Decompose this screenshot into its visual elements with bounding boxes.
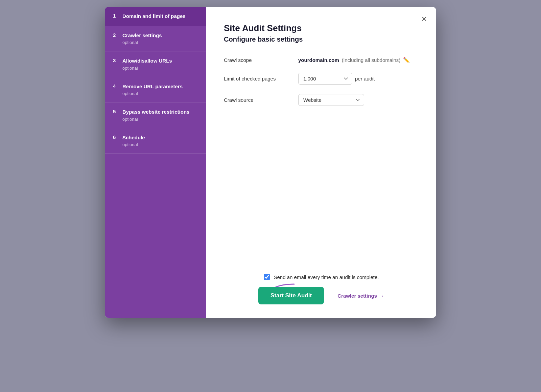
sidebar-item-1-header: 1 Domain and limit of pages [113, 13, 198, 20]
crawl-scope-label: Crawl scope [224, 57, 291, 63]
sidebar-item-crawler[interactable]: 2 Crawler settings optional [105, 26, 206, 52]
limit-pages-select[interactable]: 1,000 100 500 5,000 10,000 [298, 73, 352, 85]
sidebar-item-schedule[interactable]: 6 Schedule optional [105, 128, 206, 154]
per-audit-text: per audit [355, 76, 375, 82]
sidebar-item-3-number: 3 [113, 57, 118, 63]
sidebar-item-1-title: Domain and limit of pages [122, 13, 186, 20]
sidebar-item-5-header: 5 Bypass website restrictions [113, 109, 198, 115]
sidebar-item-5-number: 5 [113, 109, 118, 114]
crawler-settings-link[interactable]: Crawler settings → [337, 293, 384, 299]
sidebar-item-6-subtitle: optional [113, 142, 198, 147]
sidebar-item-5-title: Bypass website restrictions [122, 109, 189, 115]
sidebar-item-4-header: 4 Remove URL parameters [113, 83, 198, 90]
sidebar-item-allow-disallow[interactable]: 3 Allow/disallow URLs optional [105, 51, 206, 77]
crawl-source-select[interactable]: Website Sitemap Website and Sitemap [298, 94, 364, 106]
modal-title: Site Audit Settings [224, 23, 419, 33]
crawl-source-value: Website Sitemap Website and Sitemap [298, 94, 364, 106]
action-row: Start Site Audit Crawler settings → [224, 287, 419, 304]
sidebar-item-2-header: 2 Crawler settings [113, 32, 198, 39]
limit-pages-value: 1,000 100 500 5,000 10,000 per audit [298, 73, 375, 85]
sidebar-item-remove-url[interactable]: 4 Remove URL parameters optional [105, 77, 206, 103]
limit-pages-label: Limit of checked pages [224, 76, 291, 82]
domain-text: yourdomain.com [298, 57, 339, 63]
email-checkbox-row: Send an email every time an audit is com… [224, 274, 419, 280]
close-button[interactable]: ✕ [419, 14, 429, 24]
sidebar-item-6-title: Schedule [122, 134, 145, 141]
sidebar-item-bypass[interactable]: 5 Bypass website restrictions optional [105, 102, 206, 128]
sidebar-item-3-title: Allow/disallow URLs [122, 57, 172, 64]
sidebar-item-4-number: 4 [113, 83, 118, 89]
start-audit-button[interactable]: Start Site Audit [258, 287, 324, 304]
modal-subtitle: Configure basic settings [224, 36, 419, 43]
sidebar-item-3-header: 3 Allow/disallow URLs [113, 57, 198, 64]
bottom-section: Send an email every time an audit is com… [224, 260, 419, 304]
sidebar: 1 Domain and limit of pages 2 Crawler se… [105, 7, 206, 318]
sidebar-item-6-number: 6 [113, 134, 118, 140]
sidebar-item-5-subtitle: optional [113, 117, 198, 122]
sidebar-item-3-subtitle: optional [113, 66, 198, 71]
arrow-right-icon: → [379, 293, 384, 299]
email-label: Send an email every time an audit is com… [274, 274, 379, 280]
sidebar-item-4-title: Remove URL parameters [122, 83, 183, 90]
sidebar-item-domain[interactable]: 1 Domain and limit of pages [105, 7, 206, 26]
sidebar-item-4-subtitle: optional [113, 91, 198, 96]
crawl-scope-value: yourdomain.com (including all subdomains… [298, 57, 410, 63]
domain-note: (including all subdomains) [342, 57, 400, 63]
limit-pages-row: Limit of checked pages 1,000 100 500 5,0… [224, 73, 419, 85]
sidebar-item-2-title: Crawler settings [122, 32, 162, 39]
sidebar-item-2-number: 2 [113, 32, 118, 38]
close-icon: ✕ [421, 15, 427, 23]
modal-dialog: 1 Domain and limit of pages 2 Crawler se… [105, 7, 436, 318]
modal-wrapper: 1 Domain and limit of pages 2 Crawler se… [0, 0, 541, 392]
sidebar-item-1-number: 1 [113, 13, 118, 19]
start-audit-label: Start Site Audit [270, 292, 312, 299]
crawl-source-label: Crawl source [224, 97, 291, 103]
sidebar-item-2-subtitle: optional [113, 40, 198, 45]
main-content: ✕ Site Audit Settings Configure basic se… [206, 7, 436, 318]
sidebar-item-6-header: 6 Schedule [113, 134, 198, 141]
email-checkbox[interactable] [264, 274, 270, 280]
crawler-settings-label: Crawler settings [337, 293, 377, 299]
crawl-scope-row: Crawl scope yourdomain.com (including al… [224, 57, 419, 63]
edit-domain-icon[interactable]: ✏️ [403, 57, 410, 63]
crawl-source-row: Crawl source Website Sitemap Website and… [224, 94, 419, 106]
